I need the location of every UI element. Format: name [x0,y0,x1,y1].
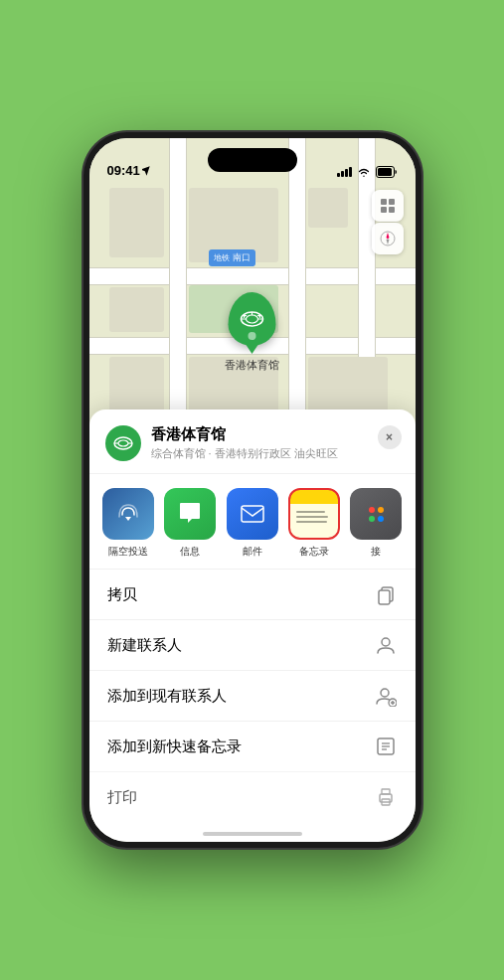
new-contact-icon [374,633,398,657]
action-add-existing-contact[interactable]: 添加到现有联系人 [89,670,416,721]
dynamic-island [208,148,297,172]
printer-icon [374,785,398,809]
action-new-contact[interactable]: 新建联系人 [89,619,416,670]
new-contact-label: 新建联系人 [107,636,182,655]
notes-lines [290,501,338,528]
map-type-button[interactable] [372,190,404,222]
notes-line-2 [296,516,328,518]
copy-label: 拷贝 [107,585,137,604]
svg-point-17 [118,440,128,446]
home-indicator [203,832,302,836]
notes-icon-container [288,488,340,540]
messages-icon [175,499,205,529]
time-display: 09:41 [107,163,140,178]
status-time: 09:41 [107,163,151,178]
compass-icon [380,231,396,246]
app-item-mail[interactable]: 邮件 [221,488,282,559]
add-existing-label: 添加到现有联系人 [107,687,227,706]
place-info: 香港体育馆 综合体育馆 · 香港特别行政区 油尖旺区 [151,425,400,461]
place-icon [105,425,141,461]
stadium-marker: 香港体育馆 [225,292,279,373]
airdrop-icon [113,499,143,529]
airdrop-icon-container [102,488,154,540]
place-name: 香港体育馆 [151,425,400,444]
svg-point-3 [247,315,258,323]
copy-icon [374,582,398,606]
status-icons [337,166,398,178]
notes-line-3 [296,521,327,523]
app-item-airdrop[interactable]: 隔空投送 [97,488,159,559]
map-label-text: 南口 [233,251,251,264]
quick-note-icon [374,735,398,758]
bottom-sheet: 香港体育馆 综合体育馆 · 香港特别行政区 油尖旺区 × [89,409,416,842]
mail-icon-container [227,488,278,540]
action-copy[interactable]: 拷贝 [89,569,416,619]
phone-frame: 09:41 [84,132,421,848]
add-quick-note-label: 添加到新快速备忘录 [107,737,242,756]
phone-screen: 09:41 [89,138,416,842]
svg-rect-20 [242,506,263,522]
notes-label: 备忘录 [299,545,329,559]
signal-bars-icon [337,167,352,177]
app-item-messages[interactable]: 信息 [159,488,221,559]
place-stadium-icon [112,432,134,454]
map-controls [372,190,404,254]
location-arrow-icon [142,165,151,176]
notes-line-1 [296,511,325,513]
airdrop-label: 隔空投送 [108,545,148,559]
svg-rect-14 [389,207,395,213]
add-existing-contact-icon [374,684,398,708]
mail-label: 邮件 [243,545,262,559]
place-header: 香港体育馆 综合体育馆 · 香港特别行政区 油尖旺区 × [89,425,416,474]
action-list: 拷贝 新建联系人 [89,569,416,822]
map-location-label: 地铁 南口 [209,249,255,266]
messages-label: 信息 [180,545,200,559]
map-layers-icon [379,197,397,215]
svg-rect-11 [381,199,387,205]
map-area: 地铁 南口 [89,138,416,456]
svg-rect-1 [378,168,392,176]
svg-rect-13 [381,207,387,213]
action-add-quick-note[interactable]: 添加到新快速备忘录 [89,721,416,771]
mail-icon [238,499,267,529]
app-item-more[interactable]: 接 [345,488,407,559]
svg-point-24 [381,689,389,697]
action-print[interactable]: 打印 [89,771,416,822]
battery-icon [376,166,398,178]
more-dots [369,507,384,522]
wifi-icon [357,167,371,178]
marker-pin [229,292,276,346]
marker-label: 香港体育馆 [225,358,279,373]
close-button[interactable]: × [378,425,402,449]
place-description: 综合体育馆 · 香港特别行政区 油尖旺区 [151,446,400,461]
app-item-notes[interactable]: 备忘录 [283,488,345,559]
print-label: 打印 [107,788,137,807]
more-label: 接 [371,545,381,559]
compass-button[interactable] [372,223,404,254]
svg-rect-12 [389,199,395,205]
share-apps-row: 隔空投送 信息 [89,474,416,563]
svg-point-23 [382,638,390,646]
stadium-icon [240,308,265,330]
messages-icon-container [164,488,216,540]
svg-rect-22 [379,590,390,604]
more-icon-container [350,488,402,540]
